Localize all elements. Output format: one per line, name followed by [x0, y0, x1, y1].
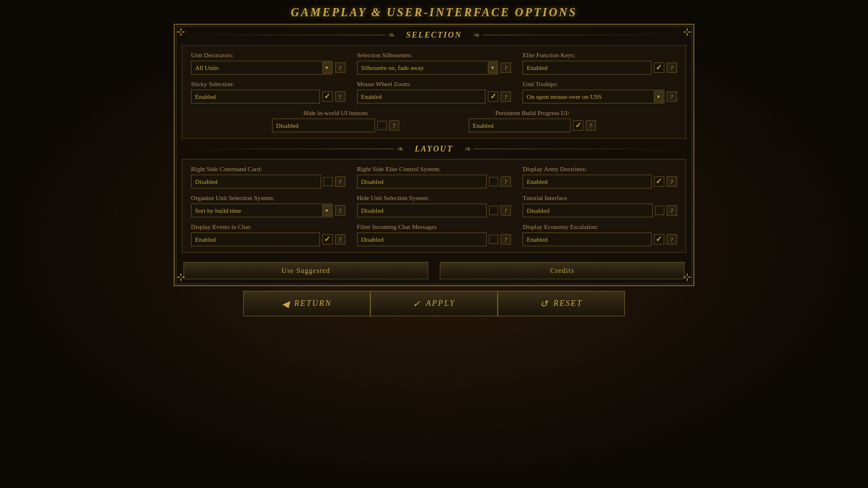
sticky-selection-group: Sticky Selection: Enabled ? [191, 80, 345, 103]
main-container: Gameplay & User-Interface Options ⊹ ⊹ ⊹ … [0, 0, 868, 488]
hide-unit-selection-control: Disabled ? [357, 204, 512, 217]
right-side-elite-control-control: Disabled ? [357, 175, 512, 188]
unit-tooltips-help[interactable]: ? [667, 91, 677, 102]
selection-silhouettes-control: Silhouette on, fade away Always on Disab… [357, 61, 512, 75]
right-side-command-card-control: Disabled ? [191, 175, 345, 188]
filter-incoming-chat-help[interactable]: ? [501, 234, 511, 245]
credits-button[interactable]: Credits [440, 262, 685, 279]
section-line-left [182, 35, 385, 35]
reset-label: Reset [553, 299, 582, 308]
right-side-elite-control-checkbox[interactable] [489, 177, 498, 186]
display-events-in-chat-checkbox[interactable] [322, 234, 333, 245]
persistent-build-progress-help[interactable]: ? [586, 120, 596, 131]
selection-row1: Unit Decorators: All Units Selected Only… [191, 51, 677, 75]
tutorial-interface-checkbox[interactable] [655, 206, 664, 215]
display-economy-escalation-help[interactable]: ? [667, 234, 677, 245]
unit-tooltips-select[interactable]: On upon mouse-over on USS Always on Disa… [523, 90, 664, 103]
selection-header: ❧ Selection ❧ [182, 29, 686, 40]
right-side-elite-control-label: Right Side Elite Control System: [357, 165, 512, 172]
section-line-right [483, 35, 686, 35]
organize-unit-selection-select[interactable]: Sort by build time Sort by type Disabled [191, 204, 333, 217]
display-economy-escalation-input: Enabled [523, 232, 652, 246]
display-events-in-chat-control: Enabled ? [191, 232, 345, 246]
display-army-doctrines-input: Enabled [523, 175, 652, 188]
spacer4 [191, 217, 677, 223]
display-army-doctrines-label: Display Army Doctrines: [523, 165, 677, 172]
selection-silhouettes-select[interactable]: Silhouette on, fade away Always on Disab… [357, 61, 499, 75]
spacer3 [191, 188, 677, 194]
display-events-in-chat-group: Display Events in Chat: Enabled ? [191, 223, 345, 246]
tutorial-interface-group: Tutorial Interface Disabled ? [523, 194, 677, 217]
sticky-selection-checkbox[interactable] [322, 91, 333, 102]
hide-inworld-ui-help[interactable]: ? [389, 120, 399, 131]
mouse-wheel-zoom-control: Enabled ? [357, 90, 512, 103]
mouse-wheel-zoom-checkbox[interactable] [488, 91, 498, 102]
selection-row2: Sticky Selection: Enabled ? Mouse Wheel … [191, 80, 677, 103]
right-side-command-card-label: Right Side Command Card: [191, 165, 345, 172]
layout-row1: Right Side Command Card: Disabled ? Righ… [191, 165, 677, 188]
unit-decorators-select[interactable]: All Units Selected Only None [191, 61, 333, 75]
mouse-wheel-zoom-help[interactable]: ? [501, 91, 511, 102]
layout-line-left [182, 149, 394, 149]
corner-br: ⊹ [680, 272, 692, 283]
apply-button[interactable]: ✓ Apply [370, 291, 498, 316]
elite-function-keys-help[interactable]: ? [667, 62, 677, 73]
persistent-build-progress-label: Persistent Build Progress UI: [440, 109, 625, 116]
hide-unit-selection-group: Hide Unit Selection System: Disabled ? [357, 194, 512, 217]
hide-inworld-ui-group: Hide in-world UI buttons Disabled ? [243, 109, 428, 132]
right-side-elite-control-help[interactable]: ? [501, 176, 511, 187]
right-side-command-card-checkbox[interactable] [323, 177, 333, 186]
unit-decorators-dropdown-wrapper[interactable]: All Units Selected Only None ▼ [191, 61, 333, 75]
right-side-command-card-help[interactable]: ? [335, 176, 345, 187]
apply-label: Apply [426, 299, 455, 308]
selection-silhouettes-group: Selection Silhouettes: Silhouette on, fa… [357, 51, 512, 75]
display-army-doctrines-group: Display Army Doctrines: Enabled ? [523, 165, 677, 188]
right-side-command-card-input: Disabled [191, 175, 321, 188]
apply-icon: ✓ [413, 298, 421, 309]
unit-decorators-help[interactable]: ? [335, 62, 345, 73]
unit-decorators-label: Unit Decorators: [191, 51, 345, 58]
hide-unit-selection-checkbox[interactable] [489, 206, 498, 215]
display-economy-escalation-label: Display Economy Escalation: [523, 223, 677, 230]
tutorial-interface-help[interactable]: ? [667, 205, 677, 216]
display-economy-escalation-checkbox[interactable] [654, 234, 664, 245]
selection-silhouettes-help[interactable]: ? [501, 62, 511, 73]
reset-icon: ↺ [540, 298, 549, 309]
display-economy-escalation-control: Enabled ? [523, 232, 677, 246]
elite-function-keys-group: Elite Function Keys: Enabled ? [523, 51, 677, 75]
sticky-selection-control: Enabled ? [191, 90, 345, 103]
unit-tooltips-dropdown-wrapper[interactable]: On upon mouse-over on USS Always on Disa… [523, 90, 664, 103]
display-events-in-chat-help[interactable]: ? [335, 234, 345, 245]
filter-incoming-chat-input: Disabled [357, 232, 487, 246]
use-suggested-button[interactable]: Use Suggested [183, 262, 428, 279]
selection-section: ❧ Selection ❧ Unit Decorators: All Units [182, 29, 686, 139]
hide-inworld-ui-checkbox[interactable] [377, 121, 387, 130]
hide-inworld-ui-control: Disabled ? [272, 119, 399, 132]
persistent-build-progress-input: Enabled [469, 119, 571, 132]
display-army-doctrines-checkbox[interactable] [654, 176, 664, 187]
sticky-selection-help[interactable]: ? [335, 91, 345, 102]
tutorial-interface-label: Tutorial Interface [523, 194, 677, 201]
unit-decorators-control: All Units Selected Only None ▼ ? [191, 61, 345, 75]
hide-unit-selection-label: Hide Unit Selection System: [357, 194, 512, 201]
sticky-selection-label: Sticky Selection: [191, 80, 345, 87]
unit-tooltips-group: Unit Tooltips: On upon mouse-over on USS… [523, 80, 677, 103]
reset-button[interactable]: ↺ Reset [498, 291, 625, 316]
organize-unit-selection-help[interactable]: ? [335, 205, 345, 216]
organize-unit-selection-label: Organize Unit Selection System: [191, 194, 345, 201]
selection-silhouettes-dropdown-wrapper[interactable]: Silhouette on, fade away Always on Disab… [357, 61, 499, 75]
display-army-doctrines-help[interactable]: ? [667, 176, 677, 187]
organize-unit-selection-dropdown-wrapper[interactable]: Sort by build time Sort by type Disabled… [191, 204, 333, 217]
organize-unit-selection-group: Organize Unit Selection System: Sort by … [191, 194, 345, 217]
display-army-doctrines-control: Enabled ? [523, 175, 677, 188]
return-button[interactable]: ◀ Return [243, 291, 370, 316]
hide-inworld-ui-input: Disabled [272, 119, 375, 132]
return-icon: ◀ [282, 298, 290, 309]
bottom-buttons: Use Suggested Credits [175, 257, 693, 285]
hide-unit-selection-help[interactable]: ? [501, 205, 511, 216]
elite-function-keys-checkbox[interactable] [654, 62, 664, 73]
selection-title: Selection [398, 31, 471, 40]
persistent-build-progress-checkbox[interactable] [573, 120, 583, 131]
filter-incoming-chat-checkbox[interactable] [489, 235, 498, 244]
right-side-elite-control-group: Right Side Elite Control System: Disable… [357, 165, 512, 188]
